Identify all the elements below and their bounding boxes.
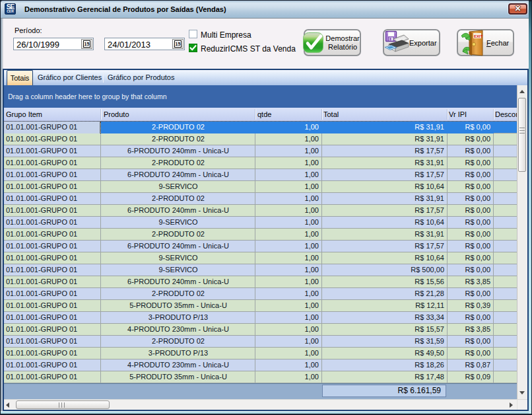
svg-text:EXIT: EXIT (474, 34, 483, 38)
